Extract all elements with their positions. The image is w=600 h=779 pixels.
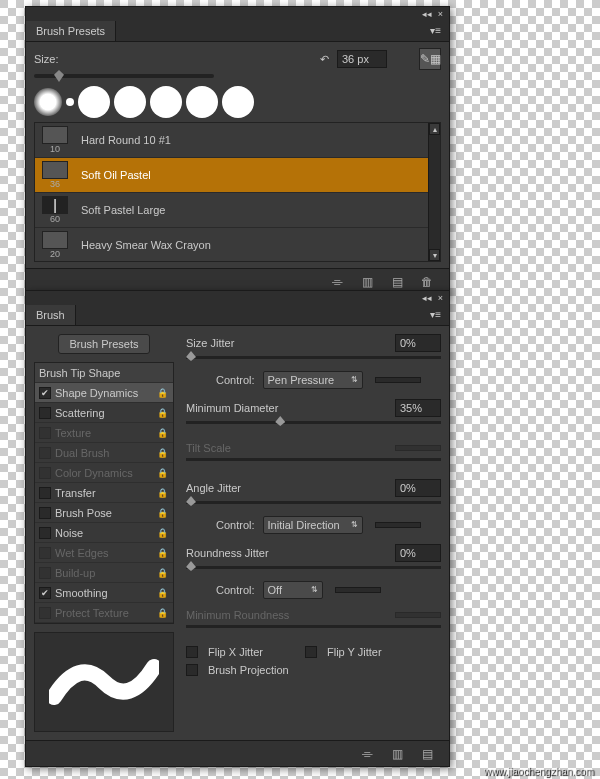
control-select[interactable]: Initial Direction⇅ [263,516,363,534]
roundness-jitter-value[interactable]: 0% [395,544,441,562]
panel-menu-icon[interactable]: ▾≡ [422,21,449,41]
slider-thumb[interactable] [186,351,196,361]
close-icon[interactable]: × [438,9,443,19]
slider-thumb[interactable] [275,416,285,426]
option-checkbox[interactable] [39,527,51,539]
option-row[interactable]: Shape Dynamics🔒 [35,383,173,403]
brush-item[interactable]: |60 Soft Pastel Large [35,193,440,228]
reset-icon[interactable]: ↶ [317,53,331,66]
preset-manager-icon[interactable]: ▥ [359,274,375,290]
control-extra-value[interactable] [375,522,421,528]
brush-icon [42,126,68,144]
control-select[interactable]: Pen Pressure⇅ [263,371,363,389]
watermark: www.jiaochengzhan.com [484,766,594,777]
brush-presets-button[interactable]: Brush Presets [58,334,149,354]
option-row[interactable]: Transfer🔒 [35,483,173,503]
min-roundness-slider [186,625,441,628]
option-checkbox[interactable] [39,487,51,499]
lock-icon[interactable]: 🔒 [157,428,169,438]
lock-icon[interactable]: 🔒 [157,548,169,558]
toggle-icon[interactable]: ⌯ [359,746,375,762]
flip-x-checkbox[interactable] [186,646,198,658]
tab-brush-presets[interactable]: Brush Presets [26,21,116,41]
lock-icon[interactable]: 🔒 [157,608,169,618]
brush-item-selected[interactable]: 36 Soft Oil Pastel [35,158,440,193]
option-row[interactable]: Brush Pose🔒 [35,503,173,523]
option-row[interactable]: Dual Brush🔒 [35,443,173,463]
slider-thumb[interactable] [186,496,196,506]
option-label: Noise [55,527,157,539]
option-row[interactable]: Protect Texture🔒 [35,603,173,623]
slider-thumb[interactable] [186,561,196,571]
toggle-icon[interactable]: ⌯ [329,274,345,290]
scroll-down-icon[interactable]: ▾ [429,249,440,261]
control-extra-value[interactable] [335,587,381,593]
lock-icon[interactable]: 🔒 [157,528,169,538]
option-row[interactable]: Build-up🔒 [35,563,173,583]
control-select[interactable]: Off⇅ [263,581,323,599]
new-preset-icon[interactable]: ▤ [419,746,435,762]
option-row[interactable]: Noise🔒 [35,523,173,543]
min-diameter-label: Minimum Diameter [186,402,278,414]
control-label: Control: [216,519,255,531]
min-diameter-value[interactable]: 35% [395,399,441,417]
angle-jitter-slider[interactable] [186,501,441,504]
option-row[interactable]: Smoothing🔒 [35,583,173,603]
scrollbar[interactable]: ▴ ▾ [428,123,440,261]
brush-thumb[interactable] [222,86,254,118]
scroll-up-icon[interactable]: ▴ [429,123,440,135]
new-preset-icon[interactable]: ▤ [389,274,405,290]
size-jitter-value[interactable]: 0% [395,334,441,352]
option-checkbox[interactable] [39,387,51,399]
preset-manager-icon[interactable]: ▥ [389,746,405,762]
lock-icon[interactable]: 🔒 [157,388,169,398]
panel-menu-icon[interactable]: ▾≡ [422,305,449,325]
view-mode-icon[interactable]: ✎▦ [419,48,441,70]
option-checkbox[interactable] [39,507,51,519]
collapse-icon[interactable]: ◂◂ [422,9,432,19]
control-label: Control: [216,584,255,596]
size-slider[interactable] [34,74,214,78]
brush-thumb[interactable] [114,86,146,118]
option-row[interactable]: Wet Edges🔒 [35,543,173,563]
flip-y-checkbox[interactable] [305,646,317,658]
lock-icon[interactable]: 🔒 [157,468,169,478]
control-extra-value[interactable] [375,377,421,383]
lock-icon[interactable]: 🔒 [157,408,169,418]
option-checkbox [39,467,51,479]
option-row[interactable]: Scattering🔒 [35,403,173,423]
brush-thumb[interactable] [186,86,218,118]
brush-projection-checkbox[interactable] [186,664,198,676]
control-label: Control: [216,374,255,386]
option-row[interactable]: Texture🔒 [35,423,173,443]
lock-icon[interactable]: 🔒 [157,448,169,458]
brush-panel: ◂◂ × Brush ▾≡ Brush Presets Brush Tip Sh… [25,290,450,767]
brush-thumb[interactable] [78,86,110,118]
brush-list: 10 Hard Round 10 #1 36 Soft Oil Pastel |… [34,122,441,262]
angle-jitter-value[interactable]: 0% [395,479,441,497]
lock-icon[interactable]: 🔒 [157,588,169,598]
brush-thumb[interactable] [66,98,74,106]
trash-icon[interactable]: 🗑 [419,274,435,290]
brush-item[interactable]: 10 Hard Round 10 #1 [35,123,440,158]
brush-thumb[interactable] [150,86,182,118]
brush-item[interactable]: 20 Heavy Smear Wax Crayon [35,228,440,262]
lock-icon[interactable]: 🔒 [157,568,169,578]
brush-icon [42,161,68,179]
tab-brush[interactable]: Brush [26,305,76,325]
option-row[interactable]: Brush Tip Shape [35,363,173,383]
option-checkbox[interactable] [39,587,51,599]
option-row[interactable]: Color Dynamics🔒 [35,463,173,483]
lock-icon[interactable]: 🔒 [157,488,169,498]
close-icon[interactable]: × [438,293,443,303]
lock-icon[interactable]: 🔒 [157,508,169,518]
size-jitter-slider[interactable] [186,356,441,359]
option-label: Dual Brush [55,447,157,459]
roundness-jitter-slider[interactable] [186,566,441,569]
collapse-icon[interactable]: ◂◂ [422,293,432,303]
brush-thumb[interactable] [34,88,62,116]
slider-thumb[interactable] [54,70,64,82]
min-diameter-slider[interactable] [186,421,441,424]
size-value[interactable]: 36 px [337,50,387,68]
option-checkbox[interactable] [39,407,51,419]
